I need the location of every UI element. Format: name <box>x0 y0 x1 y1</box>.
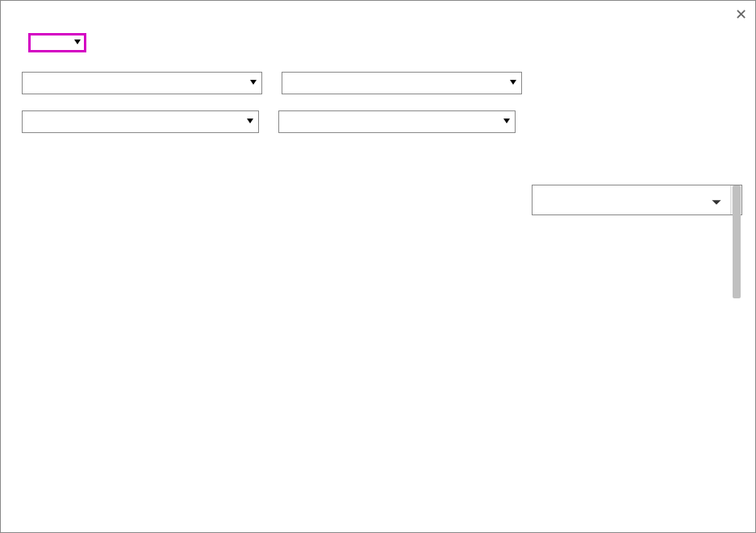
icons-conditional-formatting-dialog: ✕ <box>0 0 756 533</box>
summarization-select[interactable] <box>282 72 522 94</box>
scrollbar-thumb[interactable] <box>733 185 741 298</box>
chevron-down-icon <box>711 197 722 208</box>
style-dropdown-open <box>532 185 742 215</box>
close-icon[interactable]: ✕ <box>735 6 747 23</box>
based-on-field-select[interactable] <box>22 72 262 94</box>
format-by-select[interactable] <box>28 33 86 52</box>
style-selected-row[interactable] <box>541 192 725 210</box>
format-by-row <box>22 33 734 52</box>
scrollbar[interactable] <box>730 185 741 214</box>
icon-alignment-select[interactable] <box>278 110 516 133</box>
icon-layout-select[interactable] <box>22 110 259 133</box>
